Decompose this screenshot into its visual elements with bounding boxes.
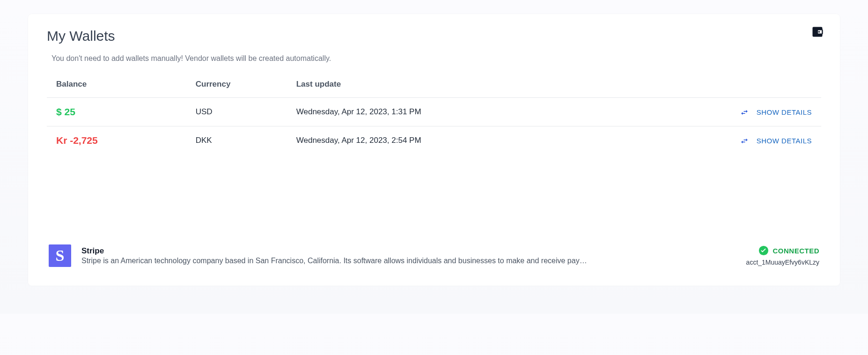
last-update-value: Wednesday, Apr 12, 2023, 1:31 PM [287, 98, 574, 126]
show-details-button[interactable]: SHOW DETAILS [757, 108, 812, 116]
stripe-text: Stripe Stripe is an American technology … [81, 246, 736, 265]
stripe-integration-row: S Stripe Stripe is an American technolog… [47, 244, 821, 267]
table-row: Kr -2,725 DKK Wednesday, Apr 12, 2023, 2… [47, 126, 821, 155]
table-row: $ 25 USD Wednesday, Apr 12, 2023, 1:31 P… [47, 98, 821, 126]
stripe-status: CONNECTED acct_1MuuayEfvy6vKLzy [746, 245, 819, 266]
stripe-account-id: acct_1MuuayEfvy6vKLzy [746, 259, 819, 266]
currency-value: USD [186, 98, 287, 126]
wallets-table: Balance Currency Last update $ 25 USD We… [47, 72, 821, 155]
wallet-icon [811, 25, 824, 38]
page-subtitle: You don't need to add wallets manually! … [47, 54, 821, 63]
swap-icon[interactable] [740, 108, 749, 117]
check-circle-icon [758, 245, 769, 256]
balance-value: Kr -2,725 [56, 135, 98, 146]
stripe-logo: S [49, 244, 71, 267]
currency-value: DKK [186, 126, 287, 155]
stripe-description: Stripe is an American technology company… [81, 257, 736, 265]
col-header-actions [574, 72, 821, 98]
card-header: My Wallets [47, 28, 821, 49]
wallets-card: My Wallets You don't need to add wallets… [28, 14, 840, 286]
show-details-button[interactable]: SHOW DETAILS [757, 137, 812, 145]
col-header-last-update: Last update [287, 72, 574, 98]
col-header-currency: Currency [186, 72, 287, 98]
col-header-balance: Balance [47, 72, 186, 98]
balance-value: $ 25 [56, 106, 75, 117]
connected-label: CONNECTED [772, 247, 819, 255]
swap-icon[interactable] [740, 137, 749, 145]
last-update-value: Wednesday, Apr 12, 2023, 2:54 PM [287, 126, 574, 155]
stripe-name: Stripe [81, 246, 736, 256]
page-title: My Wallets [47, 28, 115, 44]
